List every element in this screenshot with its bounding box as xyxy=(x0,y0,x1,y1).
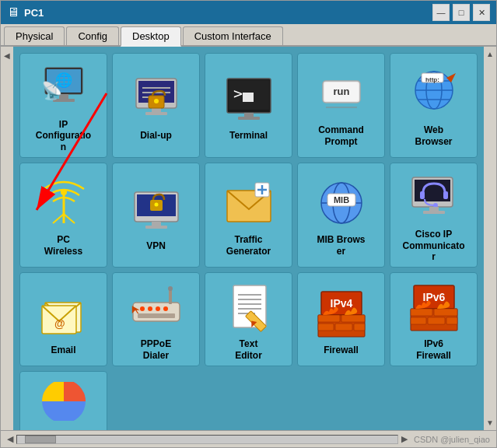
tab-physical[interactable]: Physical xyxy=(4,26,65,45)
scroll-left-btn[interactable]: ◀ xyxy=(7,434,13,444)
icon-web-browser[interactable]: http: WebBrowser xyxy=(390,53,478,158)
web-browser-icon-img: http: xyxy=(406,65,462,121)
svg-rect-82 xyxy=(318,315,340,322)
svg-rect-59 xyxy=(423,211,445,214)
icon-pc-wireless[interactable]: PCWireless xyxy=(19,163,107,268)
svg-rect-63 xyxy=(133,303,180,321)
icon-terminal[interactable]: > Terminal xyxy=(205,53,292,158)
title-bar: 🖥 PC1 — □ ✕ xyxy=(1,1,496,24)
ipv6-firewall-label: IPv6Firewall xyxy=(416,338,451,361)
icon-command-prompt[interactable]: run CommandPrompt xyxy=(297,53,385,158)
svg-rect-93 xyxy=(428,317,445,324)
web-browser-label: WebBrowser xyxy=(415,124,452,147)
tab-config[interactable]: Config xyxy=(66,26,119,45)
icon-text-editor[interactable]: TextEditor xyxy=(205,272,292,366)
svg-rect-86 xyxy=(354,324,365,331)
svg-text:📡: 📡 xyxy=(41,80,63,101)
traffic-generator-icon-img xyxy=(221,175,277,231)
main-window: 🖥 PC1 — □ ✕ Physical Config Desktop Cust… xyxy=(0,0,497,448)
svg-rect-94 xyxy=(446,317,457,324)
firewall-icon-img: IPv4 xyxy=(313,285,369,341)
icon-grid: 🌐 📡 IPConfiguration xyxy=(19,53,478,430)
watermark-text: CSDN @julien_qiao xyxy=(414,435,490,444)
icon-pppoe-dialer[interactable]: PPPoEDialer xyxy=(112,272,200,366)
ip-config-icon-img: 🌐 📡 xyxy=(36,60,92,116)
content-area: ◀ xyxy=(1,47,496,430)
icon-cisco-ip[interactable]: Cisco IPCommunicator xyxy=(390,163,478,268)
dial-up-label: Dial-up xyxy=(140,130,172,141)
scroll-right-area: ▲ ▼ xyxy=(484,47,496,430)
scroll-right-btn2[interactable]: ▶ xyxy=(401,434,408,444)
pie-chart-icon-img xyxy=(36,382,92,421)
text-editor-icon-img xyxy=(221,279,277,335)
svg-rect-90 xyxy=(411,309,432,316)
svg-point-67 xyxy=(163,306,168,311)
icon-email[interactable]: @ Email xyxy=(19,272,107,366)
icon-vpn[interactable]: VPN xyxy=(112,163,200,268)
svg-point-16 xyxy=(154,99,159,103)
svg-rect-22 xyxy=(238,117,260,120)
mib-browser-label: MIB Browser xyxy=(317,234,365,257)
svg-text:run: run xyxy=(333,86,349,97)
icon-firewall[interactable]: IPv4 xyxy=(297,272,385,366)
desktop-content: 🌐 📡 IPConfiguration xyxy=(13,47,484,430)
svg-point-65 xyxy=(148,306,152,311)
svg-text:MIB: MIB xyxy=(333,195,348,205)
scroll-up-arrow[interactable]: ▲ xyxy=(485,48,495,60)
command-prompt-icon-img: run xyxy=(313,65,369,121)
svg-text:>: > xyxy=(233,84,243,103)
svg-point-70 xyxy=(168,286,173,291)
icon-dial-up[interactable]: Dial-up xyxy=(112,53,200,158)
ip-config-label: IPConfiguration xyxy=(36,119,91,152)
command-prompt-label: CommandPrompt xyxy=(318,124,364,147)
svg-point-37 xyxy=(61,189,67,195)
svg-text:IPv4: IPv4 xyxy=(330,297,352,310)
svg-rect-13 xyxy=(152,108,161,112)
svg-line-36 xyxy=(64,214,75,223)
tab-custom-interface[interactable]: Custom Interface xyxy=(183,26,283,45)
cisco-ip-icon-img xyxy=(406,170,462,226)
svg-point-64 xyxy=(140,306,145,311)
scroll-left-arrow[interactable]: ◀ xyxy=(2,50,12,61)
scroll-down-arrow[interactable]: ▼ xyxy=(485,417,495,429)
icon-mib-browser[interactable]: MIB MIB Browser xyxy=(297,163,385,268)
text-editor-label: TextEditor xyxy=(235,338,262,361)
terminal-icon-img: > xyxy=(221,71,277,127)
svg-point-66 xyxy=(156,306,160,311)
firewall-label: Firewall xyxy=(324,345,359,355)
minimize-button[interactable]: — xyxy=(432,4,450,21)
icon-ipv6-firewall[interactable]: IPv6 IPv6Firewal xyxy=(390,272,478,366)
vpn-label: VPN xyxy=(146,240,166,251)
email-label: Email xyxy=(51,345,75,355)
svg-rect-85 xyxy=(335,324,352,331)
dial-up-icon-img xyxy=(128,71,184,127)
email-icon-img: @ xyxy=(36,285,92,341)
svg-point-41 xyxy=(154,202,158,206)
bottom-bar: ◀ ▶ CSDN @julien_qiao xyxy=(1,430,496,447)
terminal-label: Terminal xyxy=(229,130,268,141)
vpn-icon-img xyxy=(128,181,184,237)
svg-rect-43 xyxy=(145,226,167,229)
svg-text:@: @ xyxy=(54,317,65,330)
svg-rect-58 xyxy=(429,207,439,211)
maximize-button[interactable]: □ xyxy=(453,4,470,21)
icon-ip-configuration[interactable]: 🌐 📡 IPConfiguration xyxy=(19,53,107,158)
icon-pie-chart[interactable] xyxy=(19,371,107,430)
svg-text:IPv6: IPv6 xyxy=(422,291,445,303)
svg-rect-91 xyxy=(434,309,457,316)
mib-browser-icon-img: MIB xyxy=(313,175,369,231)
svg-rect-56 xyxy=(443,191,448,199)
traffic-generator-label: TrafficGenerator xyxy=(226,234,271,257)
svg-rect-14 xyxy=(145,112,167,115)
close-button[interactable]: ✕ xyxy=(473,4,490,21)
window-controls: — □ ✕ xyxy=(432,4,490,21)
pppoe-dialer-label: PPPoEDialer xyxy=(141,338,171,361)
svg-rect-92 xyxy=(411,317,426,324)
svg-rect-20 xyxy=(243,93,254,102)
svg-rect-55 xyxy=(420,191,425,199)
icon-traffic-generator[interactable]: TrafficGenerator xyxy=(205,163,292,268)
tab-desktop[interactable]: Desktop xyxy=(121,26,181,47)
svg-rect-21 xyxy=(244,113,254,117)
window-icon: 🖥 xyxy=(7,5,19,19)
pc-wireless-label: PCWireless xyxy=(44,234,82,257)
